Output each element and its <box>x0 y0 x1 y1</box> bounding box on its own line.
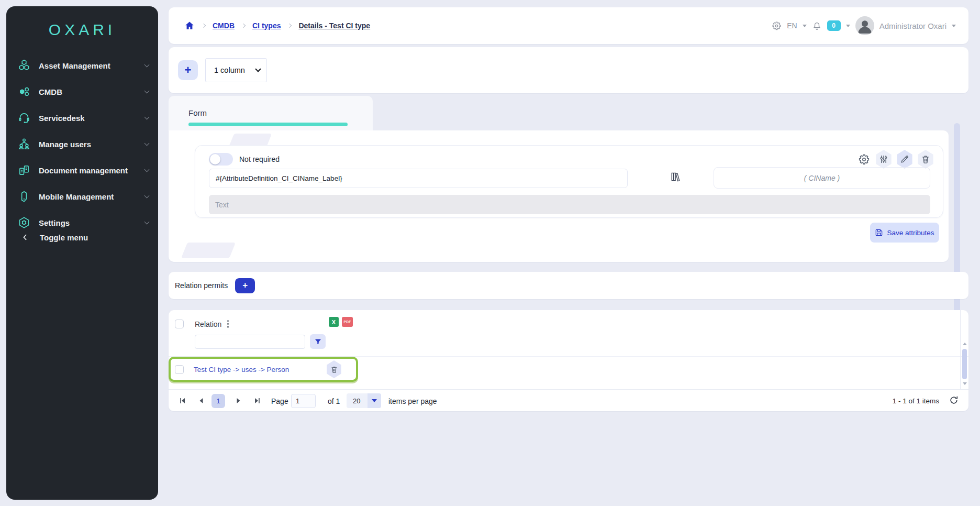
sidebar-item-manage-users[interactable]: Manage users <box>6 131 158 157</box>
page-label: Page <box>271 397 288 405</box>
sidebar-item-document-management[interactable]: Document management <box>6 157 158 183</box>
breadcrumb-link-ci-types[interactable]: CI types <box>252 21 281 30</box>
sidebar-item-cmdb[interactable]: CMDB <box>6 79 158 105</box>
breadcrumb-separator-icon <box>202 24 206 28</box>
caret-down-icon[interactable] <box>803 25 807 27</box>
export-pdf-icon[interactable]: PDF <box>342 317 353 327</box>
scroll-down-icon[interactable] <box>963 382 967 385</box>
next-page-button[interactable] <box>231 394 245 408</box>
sidebar-item-label: Document management <box>39 166 145 175</box>
layout-toolbar: + 1 column <box>169 47 968 93</box>
form-builder-card: Not required ( CIName ) Save attributes <box>169 130 949 262</box>
trash-icon <box>330 365 339 374</box>
column-header-relation: Relation <box>195 320 221 328</box>
relation-table: Relation X PDF Test CI type -> uses -> P… <box>169 310 968 411</box>
items-range-label: 1 - 1 of 1 items <box>893 397 939 405</box>
chevron-down-icon <box>144 141 150 146</box>
home-icon[interactable] <box>184 20 195 31</box>
required-toggle[interactable] <box>209 153 233 166</box>
bell-icon[interactable] <box>812 21 822 31</box>
attribute-label-input[interactable] <box>209 169 628 188</box>
tab-active-indicator <box>188 123 348 126</box>
page-size-select[interactable]: 20 <box>347 393 381 408</box>
manage-users-icon <box>17 137 31 151</box>
breadcrumb: CMDB CI types Details - Test CI type <box>184 20 772 31</box>
add-section-button[interactable]: + <box>178 60 198 80</box>
breadcrumb-link-cmdb[interactable]: CMDB <box>213 21 235 30</box>
funnel-icon <box>314 338 322 346</box>
highlighted-table-row[interactable]: Test CI type -> uses -> Person <box>169 357 358 382</box>
drag-handle-decoration <box>181 243 236 258</box>
relation-permits-bar: Relation permits + <box>169 272 968 299</box>
chevron-down-icon <box>144 62 150 68</box>
items-per-page-label: items per page <box>388 397 437 405</box>
table-scrollbar[interactable] <box>960 310 968 389</box>
sidebar-item-label: CMDB <box>39 87 145 96</box>
trash-icon <box>920 154 931 164</box>
sidebar-item-label: Asset Management <box>39 61 145 70</box>
attribute-settings-button[interactable] <box>856 150 872 169</box>
sidebar: OXARI Asset Management CMDB Servicedesk <box>6 6 158 500</box>
export-excel-icon[interactable]: X <box>329 317 339 327</box>
sidebar-item-mobile-management[interactable]: Mobile Management <box>6 183 158 210</box>
avatar[interactable] <box>855 16 874 35</box>
chevron-down-icon <box>144 219 150 225</box>
page-of-label: of 1 <box>328 397 340 405</box>
toggle-menu-button[interactable]: Toggle menu <box>6 224 158 250</box>
breadcrumb-separator-icon <box>241 24 246 28</box>
delete-relation-button[interactable] <box>326 360 342 378</box>
scroll-up-icon[interactable] <box>963 343 967 345</box>
row-checkbox[interactable] <box>175 365 184 374</box>
attribute-edit-button[interactable] <box>896 150 914 169</box>
toggle-knob <box>210 154 220 164</box>
caret-down-icon[interactable] <box>846 25 850 27</box>
user-name[interactable]: Administrator Oxari <box>879 21 946 30</box>
column-layout-value: 1 column <box>214 66 256 74</box>
gear-icon <box>858 153 870 166</box>
mobile-management-icon <box>17 189 31 204</box>
breadcrumb-current: Details - Test CI type <box>298 21 370 30</box>
page-number-button[interactable]: 1 <box>211 394 225 408</box>
column-menu-icon[interactable] <box>224 320 232 331</box>
relation-filter-input[interactable] <box>195 335 305 349</box>
select-all-checkbox[interactable] <box>175 320 184 328</box>
page-size-value: 20 <box>347 397 368 405</box>
attribute-delete-button[interactable] <box>917 150 934 169</box>
gear-icon[interactable] <box>772 21 782 31</box>
breadcrumb-bar: CMDB CI types Details - Test CI type EN … <box>169 7 968 44</box>
chevron-down-icon <box>144 193 150 199</box>
attribute-options-button[interactable] <box>875 150 893 169</box>
chevron-down-icon <box>144 167 150 172</box>
filter-button[interactable] <box>310 334 326 349</box>
document-management-icon <box>17 163 31 178</box>
tab-form[interactable]: Form <box>169 96 373 130</box>
floppy-icon <box>875 228 883 237</box>
add-relation-permit-button[interactable]: + <box>235 278 255 293</box>
cmdb-icon <box>17 84 31 99</box>
tab-form-label: Form <box>188 108 207 117</box>
scrollbar-thumb[interactable] <box>962 349 967 379</box>
relation-link[interactable]: Test CI type -> uses -> Person <box>194 366 326 373</box>
pagination-bar: 1 Page of 1 20 items per page 1 - 1 of 1… <box>169 389 968 411</box>
previous-page-button[interactable] <box>195 394 208 408</box>
column-layout-select[interactable]: 1 column <box>205 58 267 82</box>
attribute-system-name: ( CIName ) <box>714 167 930 189</box>
sidebar-item-label: Servicedesk <box>39 114 145 123</box>
first-page-button[interactable] <box>176 394 190 408</box>
breadcrumb-separator-icon <box>287 24 292 28</box>
last-page-button[interactable] <box>250 394 264 408</box>
sidebar-item-servicedesk[interactable]: Servicedesk <box>6 105 158 131</box>
caret-down-icon[interactable] <box>952 25 956 27</box>
language-selector[interactable]: EN <box>787 21 797 30</box>
sidebar-item-asset-management[interactable]: Asset Management <box>6 52 158 79</box>
toggle-menu-label: Toggle menu <box>40 233 88 242</box>
attribute-type-input[interactable] <box>209 195 930 214</box>
books-icon[interactable] <box>669 171 681 185</box>
attribute-row-card: Not required ( CIName ) <box>195 145 943 218</box>
refresh-icon[interactable] <box>949 395 959 408</box>
save-attributes-button[interactable]: Save attributes <box>870 223 939 243</box>
page-number-input[interactable] <box>291 394 316 408</box>
save-attributes-label: Save attributes <box>887 229 934 237</box>
servicedesk-icon <box>17 111 31 125</box>
chevron-left-icon <box>20 232 30 243</box>
